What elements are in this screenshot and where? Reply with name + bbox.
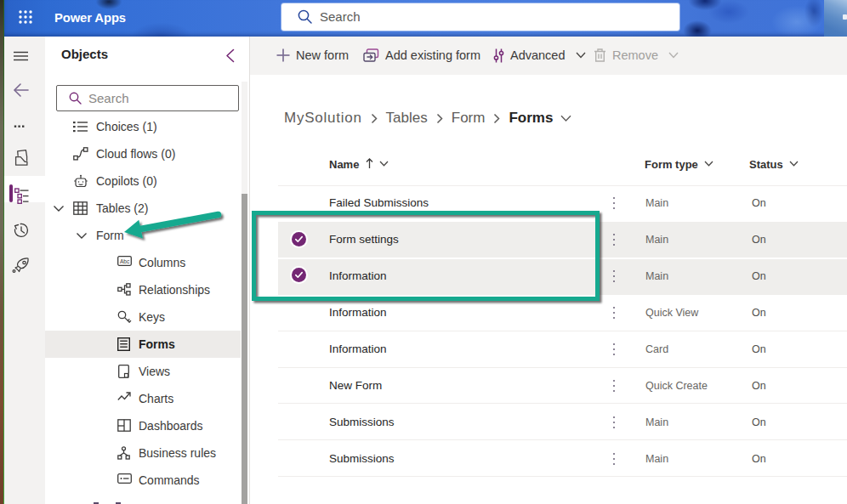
svg-text:Abc: Abc — [120, 258, 130, 264]
